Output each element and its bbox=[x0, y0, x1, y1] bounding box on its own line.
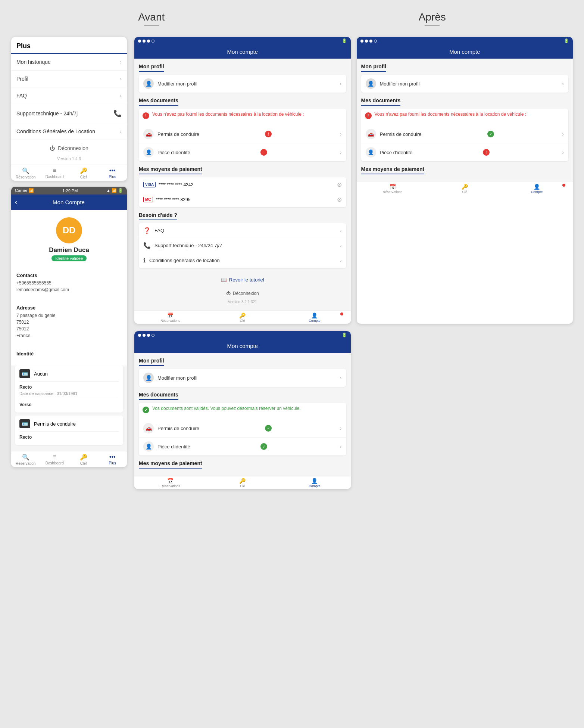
tab-compte-a2[interactable]: 👤 Compte bbox=[278, 478, 350, 488]
avant-title: Avant bbox=[138, 11, 165, 23]
phone-icon: 📞 bbox=[113, 109, 122, 118]
chevron-icon: › bbox=[340, 228, 341, 233]
mc-tag: MC bbox=[143, 197, 153, 202]
id-badge-a1: ! bbox=[483, 149, 490, 156]
profil-card-a1: 👤 Modifier mon profil › bbox=[361, 75, 569, 93]
permis-row-a1[interactable]: 🚗 Permis de conduire ✓ › bbox=[361, 125, 569, 143]
profil-card: 👤 Modifier mon profil › bbox=[139, 75, 346, 93]
mon-profil-heading-a1: Mon profil bbox=[361, 63, 387, 72]
menu-historique[interactable]: Mon historique › bbox=[11, 54, 127, 71]
docs-card-a1: ! Vous n'avez pas fourni les documents n… bbox=[361, 109, 569, 161]
tab-res-a2[interactable]: 📅 Réservations bbox=[134, 478, 206, 488]
tab-clef[interactable]: 🔑 Clef bbox=[69, 167, 98, 179]
tab-reservation-2[interactable]: 🔍 Réservation bbox=[11, 454, 40, 466]
faq-row[interactable]: ❓ FAQ › bbox=[139, 223, 346, 238]
recto-label: Recto Date de naissance : 31/03/1981 bbox=[19, 385, 119, 396]
id-icon: 👤 bbox=[143, 147, 154, 158]
menu-faq[interactable]: FAQ › bbox=[11, 87, 127, 104]
support-row[interactable]: 📞 Support technique - 24h/24 7j/7 › bbox=[139, 238, 346, 253]
mes-docs-heading: Mes documents bbox=[139, 97, 178, 106]
notif-dot bbox=[340, 312, 343, 315]
content-avant: Mon profil 👤 Modifier mon profil › Mes d… bbox=[134, 59, 351, 311]
tab-res-a1[interactable]: 📅 Réservations bbox=[357, 184, 429, 194]
key-icon-2: 🔑 bbox=[80, 454, 87, 461]
old-status-bar: Carrier 📶 1:29 PM ▲ 📶 🔋 bbox=[11, 187, 127, 195]
tab-plus-2[interactable]: ••• Plus bbox=[98, 454, 127, 466]
alert-icon-a2: ✓ bbox=[143, 407, 149, 413]
tutoriel-link[interactable]: 📖 Revoir le tutoriel bbox=[139, 273, 346, 287]
power-icon: ⏻ bbox=[50, 145, 55, 151]
mon-profil-heading-a2: Mon profil bbox=[139, 358, 164, 366]
chevron-icon: › bbox=[340, 258, 341, 263]
tab-cle-a2[interactable]: 🔑 Clé bbox=[206, 478, 278, 488]
avant-column: Plus Mon historique › Profil › FAQ › Sup… bbox=[11, 37, 127, 467]
docs-alert-a2: ✓ Vos documents sont validés. Vous pouve… bbox=[139, 403, 346, 416]
chevron-icon: › bbox=[340, 149, 342, 155]
profile-screen: Carrier 📶 1:29 PM ▲ 📶 🔋 ‹ Mon Compte DD … bbox=[11, 187, 127, 467]
docs-card: ! Vous n'avez pas fourni les documents n… bbox=[139, 109, 346, 161]
profile-tab-bar: 🔍 Réservation ≡ Dashboard 🔑 Clef ••• Plu… bbox=[11, 451, 127, 467]
tab-plus[interactable]: ••• Plus bbox=[98, 167, 127, 179]
tab-reservation[interactable]: 🔍 Réservation bbox=[11, 167, 40, 179]
conditions-row[interactable]: ℹ Conditions générales de location › bbox=[139, 253, 346, 268]
visa-tag: VISA bbox=[143, 182, 156, 187]
permis-icon-a2: 🚗 bbox=[143, 423, 154, 433]
calendar-icon-a2: 📅 bbox=[167, 478, 174, 484]
identity-doc-card: 🪪 Aucun Recto Date de naissance : 31/03/… bbox=[15, 365, 123, 413]
key-icon-s: 🔑 bbox=[239, 312, 246, 318]
modifier-profil-row-a1[interactable]: 👤 Modifier mon profil › bbox=[361, 75, 569, 93]
tab-compte-s[interactable]: 👤 Compte bbox=[278, 312, 350, 323]
mc-row[interactable]: MC **** **** **** 8295 ⊗ bbox=[139, 192, 346, 207]
chevron-icon: › bbox=[120, 128, 122, 134]
tab-compte-a1[interactable]: 👤 Compte bbox=[501, 184, 573, 194]
deconnexion-small[interactable]: ⏻ Déconnexion bbox=[139, 287, 346, 300]
tab-reservations-s[interactable]: 📅 Réservations bbox=[134, 312, 206, 323]
docs-alert: ! Vous n'avez pas fourni les documents n… bbox=[139, 109, 346, 122]
status-bar-avant: 🔋 bbox=[134, 37, 351, 45]
mes-docs-heading-a2: Mes documents bbox=[139, 392, 178, 400]
user-icon-a2-tab: 👤 bbox=[311, 478, 318, 484]
tab-cle-s[interactable]: 🔑 Clé bbox=[206, 312, 278, 323]
power-icon: ⏻ bbox=[226, 291, 231, 296]
remove-card-btn[interactable]: ⊗ bbox=[337, 181, 342, 188]
mon-compte-apres-2-screen: 🔋 Mon compte Mon profil 👤 Modifier mon p… bbox=[134, 331, 351, 489]
back-button[interactable]: ‹ bbox=[15, 198, 17, 206]
plus-screen: Plus Mon historique › Profil › FAQ › Sup… bbox=[11, 37, 127, 181]
key-icon-a2: 🔑 bbox=[239, 478, 246, 484]
permis-row[interactable]: 🚗 Permis de conduire ! › bbox=[139, 125, 346, 143]
nav-header-apres2: Mon compte bbox=[134, 339, 351, 353]
piece-id-row[interactable]: 👤 Pièce d'identité ! › bbox=[139, 143, 346, 161]
remove-mc-btn[interactable]: ⊗ bbox=[337, 196, 342, 203]
permis-icon: 🚗 bbox=[143, 129, 154, 139]
deconnexion-btn[interactable]: ⏻ Déconnexion bbox=[11, 140, 127, 156]
menu-support[interactable]: Support technique - 24h/7j 📞 bbox=[11, 104, 127, 123]
tab-clef-2[interactable]: 🔑 Clef bbox=[69, 454, 98, 466]
status-bar-apres2: 🔋 bbox=[134, 331, 351, 339]
id-badge-a2: ✓ bbox=[260, 443, 267, 450]
modifier-profil-row[interactable]: 👤 Modifier mon profil › bbox=[139, 75, 346, 93]
modifier-profil-row-a2[interactable]: 👤 Modifier mon profil › bbox=[139, 369, 346, 387]
menu-conditions[interactable]: Conditions Générales de Location › bbox=[11, 123, 127, 140]
piece-id-row-a1[interactable]: 👤 Pièce d'identité ! › bbox=[361, 143, 569, 161]
aide-card: ❓ FAQ › 📞 Support technique - 24h/24 7j/… bbox=[139, 223, 346, 268]
key-icon-a1: 🔑 bbox=[462, 184, 468, 190]
tab-dashboard-2[interactable]: ≡ Dashboard bbox=[40, 454, 69, 466]
permis-recto-label: Recto bbox=[19, 435, 119, 440]
alert-icon-a1: ! bbox=[365, 112, 372, 119]
tab-dashboard[interactable]: ≡ Dashboard bbox=[40, 167, 69, 179]
mon-profil-heading: Mon profil bbox=[139, 63, 164, 72]
chevron-icon: › bbox=[120, 93, 122, 99]
status-bar-apres1: 🔋 bbox=[357, 37, 573, 45]
more-icon: ••• bbox=[109, 167, 116, 174]
visa-row[interactable]: VISA **** **** **** 4242 ⊗ bbox=[139, 177, 346, 192]
id-icon-a1: 👤 bbox=[366, 147, 376, 158]
id-status-badge: ! bbox=[260, 149, 267, 156]
more-icon-2: ••• bbox=[109, 454, 116, 460]
menu-profil[interactable]: Profil › bbox=[11, 71, 127, 87]
permis-row-a2[interactable]: 🚗 Permis de conduire ✓ › bbox=[139, 419, 346, 438]
phone-icon: 📞 bbox=[143, 242, 151, 249]
tab-cle-a1[interactable]: 🔑 Clé bbox=[429, 184, 501, 194]
piece-id-row-a2[interactable]: 👤 Pièce d'identité ✓ › bbox=[139, 438, 346, 455]
chevron-icon-a1: › bbox=[562, 81, 564, 87]
address-section: Adresse 7 passage du genie 75012 75012 F… bbox=[11, 301, 127, 343]
